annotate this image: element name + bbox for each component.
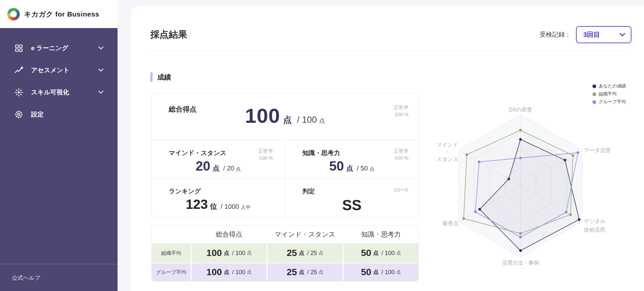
sidebar: キカガク for Business e ラーニング アセスメント	[0, 0, 118, 291]
overall-score-cell: 総合得点 100点/ 100点 正答率100 %	[152, 93, 418, 140]
grid-icon	[15, 44, 23, 52]
sidebar-footer: 公式ヘルプ	[0, 264, 118, 291]
sidebar-item-skill-visualization[interactable]: スキル可視化	[0, 81, 118, 103]
grades-section-header: 成績	[150, 72, 171, 82]
knowledge-label: 知識・思考力	[303, 149, 340, 157]
exam-record-control: 受検記録： 3回目	[540, 26, 631, 43]
trend-icon	[15, 66, 23, 75]
legend-dot-your-score	[592, 84, 596, 88]
average-comparison-table: 総合得点 マインド・スタンス 知識・思考力 組織平均 100点/ 100点 25…	[151, 225, 419, 281]
header-divider	[150, 50, 631, 50]
svg-text:技術活用: 技術活用	[584, 227, 605, 233]
table-row-group-average: グループ平均 100点/ 100点 25点/ 25点 50点/ 100点	[152, 263, 418, 281]
legend-item-org-average: 組織平均	[592, 91, 626, 97]
brand-title: キカガク for Business	[24, 10, 99, 19]
legend-dot-group-average	[592, 100, 596, 104]
sidebar-item-label: スキル可視化	[31, 88, 69, 97]
svg-text:スタンス: スタンス	[437, 156, 458, 162]
main-panel: 採点結果 受検記録： 3回目 成績 総合得点 100点/ 100点 正答率100…	[131, 6, 644, 291]
legend-item-your-score: あなたの成績	[592, 83, 626, 89]
row-label: 組織平均	[152, 243, 191, 263]
svg-text:・: ・	[445, 149, 450, 155]
sidebar-item-label: e ラーニング	[31, 44, 68, 52]
grade-scale-note: SS〜E	[394, 187, 409, 193]
chart-legend: あなたの成績 組織平均 グループ平均	[592, 83, 626, 107]
svg-text:DXの背景: DXの背景	[509, 107, 532, 113]
table-header-row: 総合得点 マインド・スタンス 知識・思考力	[152, 226, 418, 243]
mind-stance-value: 20点/ 20点	[152, 159, 285, 174]
section-accent-bar	[150, 72, 153, 82]
table-header-empty	[152, 226, 191, 243]
radar-chart: DXの背景データ活用デジタル技術活用活用方法・事例留意点マインド・スタンス あな…	[429, 76, 644, 287]
overall-score-value: 100点/ 100点	[152, 104, 418, 127]
mind-stance-cell: マインド・スタンス 正答率100 % 20点/ 20点	[152, 140, 285, 178]
sidebar-item-settings[interactable]: 設定	[0, 103, 118, 125]
chevron-down-icon	[619, 33, 626, 37]
chevron-down-icon	[98, 68, 104, 72]
page-title: 採点結果	[150, 28, 187, 41]
chevron-down-icon	[98, 90, 104, 94]
kikagaku-logo-icon	[7, 8, 20, 20]
svg-text:マインド: マインド	[437, 142, 458, 147]
brand-header: キカガク for Business	[0, 0, 118, 28]
svg-text:デジタル: デジタル	[584, 218, 606, 224]
ranking-value: 123位/ 1000人中	[152, 197, 285, 212]
table-cell: 50点/ 100点	[342, 243, 418, 263]
sidebar-item-elearning[interactable]: e ラーニング	[0, 37, 118, 59]
table-cell: 50点/ 100点	[342, 263, 418, 281]
table-header-mind: マインド・スタンス	[267, 226, 342, 243]
sparkle-icon	[15, 88, 23, 97]
table-header-knowledge: 知識・思考力	[342, 226, 418, 243]
exam-record-dropdown[interactable]: 3回目	[576, 26, 631, 43]
score-card: 総合得点 100点/ 100点 正答率100 % マインド・スタンス 正答率10…	[151, 93, 419, 218]
table-header-overall: 総合得点	[191, 226, 267, 243]
grade-value: SS	[285, 197, 419, 213]
knowledge-cell: 知識・思考力 正答率100 % 50点/ 50点	[285, 140, 419, 178]
svg-text:データ活用: データ活用	[584, 147, 611, 153]
grade-cell: 判定 SS〜E SS	[285, 178, 419, 217]
sidebar-item-assessment[interactable]: アセスメント	[0, 59, 118, 81]
sidebar-item-label: アセスメント	[31, 66, 70, 75]
chevron-down-icon	[98, 46, 104, 50]
ranking-cell: ランキング 123位/ 1000人中	[152, 178, 285, 217]
knowledge-value: 50点/ 50点	[285, 159, 419, 174]
section-title: 成績	[157, 73, 171, 82]
legend-item-group-average: グループ平均	[592, 99, 626, 105]
table-row-org-average: 組織平均 100点/ 100点 25点/ 25点 50点/ 100点	[152, 243, 418, 263]
grade-label: 判定	[303, 187, 315, 196]
table-cell: 25点/ 25点	[267, 243, 342, 263]
gear-icon	[15, 110, 23, 119]
svg-text:留意点: 留意点	[443, 220, 458, 226]
official-help-link[interactable]: 公式ヘルプ	[12, 275, 40, 281]
exam-record-value: 3回目	[583, 30, 600, 39]
sidebar-nav: e ラーニング アセスメント	[0, 28, 118, 291]
exam-record-label: 受検記録：	[540, 30, 571, 39]
table-cell: 25点/ 25点	[267, 263, 342, 281]
row-label: グループ平均	[152, 263, 191, 281]
overall-accuracy: 正答率100 %	[394, 104, 409, 118]
table-cell: 100点/ 100点	[191, 243, 267, 263]
table-cell: 100点/ 100点	[191, 263, 267, 281]
radar-chart-svg: DXの背景データ活用デジタル技術活用活用方法・事例留意点マインド・スタンス	[429, 76, 644, 287]
legend-dot-org-average	[592, 92, 596, 96]
mind-stance-label: マインド・スタンス	[169, 149, 227, 157]
svg-text:活用方法・事例: 活用方法・事例	[502, 260, 539, 266]
sidebar-item-label: 設定	[31, 110, 44, 119]
ranking-label: ランキング	[169, 187, 201, 196]
